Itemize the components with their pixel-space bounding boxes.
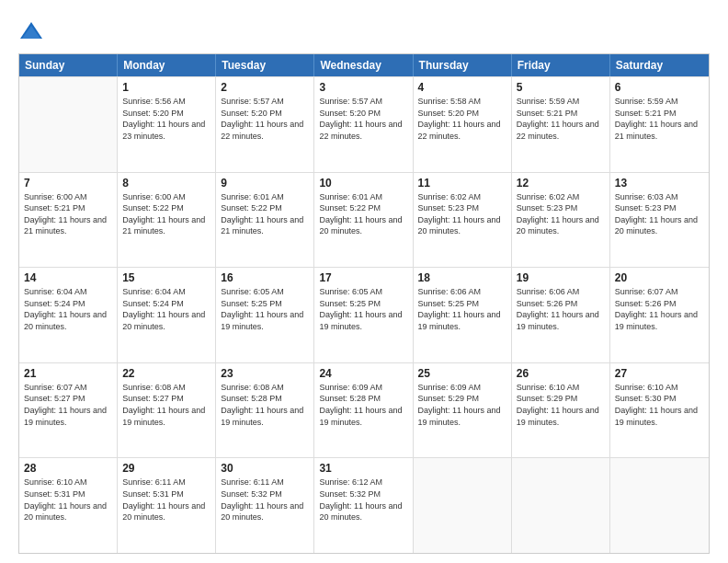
day-info: Sunrise: 6:02 AMSunset: 5:23 PMDaylight:…	[517, 191, 605, 237]
day-cell-25: 25Sunrise: 6:09 AMSunset: 5:29 PMDayligh…	[414, 363, 512, 458]
day-cell-29: 29Sunrise: 6:11 AMSunset: 5:31 PMDayligh…	[118, 458, 216, 553]
empty-cell	[414, 458, 512, 553]
day-info: Sunrise: 6:11 AMSunset: 5:31 PMDaylight:…	[122, 477, 210, 523]
day-number: 26	[517, 367, 605, 380]
day-number: 16	[221, 271, 309, 284]
day-info: Sunrise: 6:01 AMSunset: 5:22 PMDaylight:…	[319, 191, 407, 237]
day-number: 5	[517, 81, 605, 94]
calendar-row-5: 28Sunrise: 6:10 AMSunset: 5:31 PMDayligh…	[19, 457, 709, 553]
day-number: 31	[319, 462, 407, 475]
day-info: Sunrise: 6:10 AMSunset: 5:31 PMDaylight:…	[24, 477, 112, 523]
day-cell-16: 16Sunrise: 6:05 AMSunset: 5:25 PMDayligh…	[216, 268, 314, 362]
day-cell-20: 20Sunrise: 6:07 AMSunset: 5:26 PMDayligh…	[610, 268, 709, 362]
day-number: 13	[615, 177, 704, 190]
day-info: Sunrise: 6:10 AMSunset: 5:29 PMDaylight:…	[517, 382, 605, 428]
day-number: 24	[319, 367, 407, 380]
day-cell-11: 11Sunrise: 6:02 AMSunset: 5:23 PMDayligh…	[414, 173, 512, 268]
weekday-header-tuesday: Tuesday	[216, 54, 314, 76]
day-cell-19: 19Sunrise: 6:06 AMSunset: 5:26 PMDayligh…	[512, 268, 610, 362]
day-info: Sunrise: 6:04 AMSunset: 5:24 PMDaylight:…	[122, 286, 210, 332]
day-info: Sunrise: 6:04 AMSunset: 5:24 PMDaylight:…	[24, 286, 112, 332]
day-cell-8: 8Sunrise: 6:00 AMSunset: 5:22 PMDaylight…	[118, 173, 216, 268]
day-cell-28: 28Sunrise: 6:10 AMSunset: 5:31 PMDayligh…	[19, 458, 118, 553]
day-cell-13: 13Sunrise: 6:03 AMSunset: 5:23 PMDayligh…	[610, 173, 709, 268]
day-cell-6: 6Sunrise: 5:59 AMSunset: 5:21 PMDaylight…	[610, 77, 709, 172]
calendar-row-2: 7Sunrise: 6:00 AMSunset: 5:21 PMDaylight…	[19, 172, 709, 268]
day-number: 10	[319, 177, 407, 190]
day-number: 21	[24, 367, 112, 380]
day-info: Sunrise: 5:57 AMSunset: 5:20 PMDaylight:…	[221, 96, 309, 142]
day-info: Sunrise: 6:05 AMSunset: 5:25 PMDaylight:…	[319, 286, 407, 332]
day-info: Sunrise: 5:57 AMSunset: 5:20 PMDaylight:…	[319, 96, 407, 142]
day-number: 30	[221, 462, 309, 475]
day-info: Sunrise: 6:06 AMSunset: 5:25 PMDaylight:…	[418, 286, 506, 332]
day-number: 25	[418, 367, 506, 380]
day-info: Sunrise: 5:56 AMSunset: 5:20 PMDaylight:…	[122, 96, 210, 142]
day-number: 8	[122, 177, 210, 190]
calendar-row-1: 1Sunrise: 5:56 AMSunset: 5:20 PMDaylight…	[19, 76, 709, 172]
empty-cell	[19, 77, 118, 172]
day-number: 17	[319, 271, 407, 284]
day-number: 2	[221, 81, 309, 94]
day-cell-5: 5Sunrise: 5:59 AMSunset: 5:21 PMDaylight…	[512, 77, 610, 172]
day-info: Sunrise: 5:59 AMSunset: 5:21 PMDaylight:…	[517, 96, 605, 142]
day-number: 27	[615, 367, 704, 380]
day-number: 7	[24, 177, 112, 190]
day-info: Sunrise: 6:00 AMSunset: 5:22 PMDaylight:…	[122, 191, 210, 237]
day-number: 23	[221, 367, 309, 380]
page: SundayMondayTuesdayWednesdayThursdayFrid…	[0, 0, 728, 563]
weekday-header-saturday: Saturday	[610, 54, 709, 76]
weekday-header-friday: Friday	[512, 54, 610, 76]
calendar-body: 1Sunrise: 5:56 AMSunset: 5:20 PMDaylight…	[19, 76, 709, 553]
day-info: Sunrise: 6:10 AMSunset: 5:30 PMDaylight:…	[615, 382, 704, 428]
logo	[18, 18, 48, 44]
day-cell-23: 23Sunrise: 6:08 AMSunset: 5:28 PMDayligh…	[216, 363, 314, 458]
day-info: Sunrise: 6:12 AMSunset: 5:32 PMDaylight:…	[319, 477, 407, 523]
calendar-row-4: 21Sunrise: 6:07 AMSunset: 5:27 PMDayligh…	[19, 362, 709, 458]
calendar-row-3: 14Sunrise: 6:04 AMSunset: 5:24 PMDayligh…	[19, 267, 709, 362]
day-cell-12: 12Sunrise: 6:02 AMSunset: 5:23 PMDayligh…	[512, 173, 610, 268]
weekday-header-monday: Monday	[118, 54, 216, 76]
day-cell-22: 22Sunrise: 6:08 AMSunset: 5:27 PMDayligh…	[118, 363, 216, 458]
day-info: Sunrise: 6:09 AMSunset: 5:29 PMDaylight:…	[418, 382, 506, 428]
empty-cell	[610, 458, 709, 553]
day-number: 3	[319, 81, 407, 94]
day-cell-9: 9Sunrise: 6:01 AMSunset: 5:22 PMDaylight…	[216, 173, 314, 268]
logo-icon	[18, 18, 44, 44]
day-info: Sunrise: 6:07 AMSunset: 5:27 PMDaylight:…	[24, 382, 112, 428]
day-number: 22	[122, 367, 210, 380]
day-info: Sunrise: 6:07 AMSunset: 5:26 PMDaylight:…	[615, 286, 704, 332]
calendar-header: SundayMondayTuesdayWednesdayThursdayFrid…	[19, 54, 709, 76]
day-info: Sunrise: 6:09 AMSunset: 5:28 PMDaylight:…	[319, 382, 407, 428]
day-cell-15: 15Sunrise: 6:04 AMSunset: 5:24 PMDayligh…	[118, 268, 216, 362]
day-cell-27: 27Sunrise: 6:10 AMSunset: 5:30 PMDayligh…	[610, 363, 709, 458]
day-cell-26: 26Sunrise: 6:10 AMSunset: 5:29 PMDayligh…	[512, 363, 610, 458]
day-cell-2: 2Sunrise: 5:57 AMSunset: 5:20 PMDaylight…	[216, 77, 314, 172]
day-number: 14	[24, 271, 112, 284]
header	[18, 18, 710, 44]
day-number: 29	[122, 462, 210, 475]
day-info: Sunrise: 6:00 AMSunset: 5:21 PMDaylight:…	[24, 191, 112, 237]
day-cell-18: 18Sunrise: 6:06 AMSunset: 5:25 PMDayligh…	[414, 268, 512, 362]
day-cell-14: 14Sunrise: 6:04 AMSunset: 5:24 PMDayligh…	[19, 268, 118, 362]
day-number: 9	[221, 177, 309, 190]
calendar: SundayMondayTuesdayWednesdayThursdayFrid…	[18, 53, 710, 554]
day-info: Sunrise: 6:08 AMSunset: 5:27 PMDaylight:…	[122, 382, 210, 428]
day-info: Sunrise: 6:11 AMSunset: 5:32 PMDaylight:…	[221, 477, 309, 523]
day-number: 15	[122, 271, 210, 284]
day-number: 19	[517, 271, 605, 284]
day-info: Sunrise: 5:59 AMSunset: 5:21 PMDaylight:…	[615, 96, 704, 142]
day-info: Sunrise: 6:08 AMSunset: 5:28 PMDaylight:…	[221, 382, 309, 428]
day-info: Sunrise: 6:01 AMSunset: 5:22 PMDaylight:…	[221, 191, 309, 237]
day-number: 6	[615, 81, 704, 94]
day-number: 18	[418, 271, 506, 284]
day-info: Sunrise: 6:02 AMSunset: 5:23 PMDaylight:…	[418, 191, 506, 237]
day-cell-17: 17Sunrise: 6:05 AMSunset: 5:25 PMDayligh…	[314, 268, 413, 362]
day-cell-24: 24Sunrise: 6:09 AMSunset: 5:28 PMDayligh…	[314, 363, 413, 458]
day-cell-3: 3Sunrise: 5:57 AMSunset: 5:20 PMDaylight…	[314, 77, 413, 172]
day-cell-1: 1Sunrise: 5:56 AMSunset: 5:20 PMDaylight…	[118, 77, 216, 172]
day-number: 11	[418, 177, 506, 190]
day-number: 12	[517, 177, 605, 190]
day-info: Sunrise: 6:05 AMSunset: 5:25 PMDaylight:…	[221, 286, 309, 332]
day-cell-4: 4Sunrise: 5:58 AMSunset: 5:20 PMDaylight…	[414, 77, 512, 172]
